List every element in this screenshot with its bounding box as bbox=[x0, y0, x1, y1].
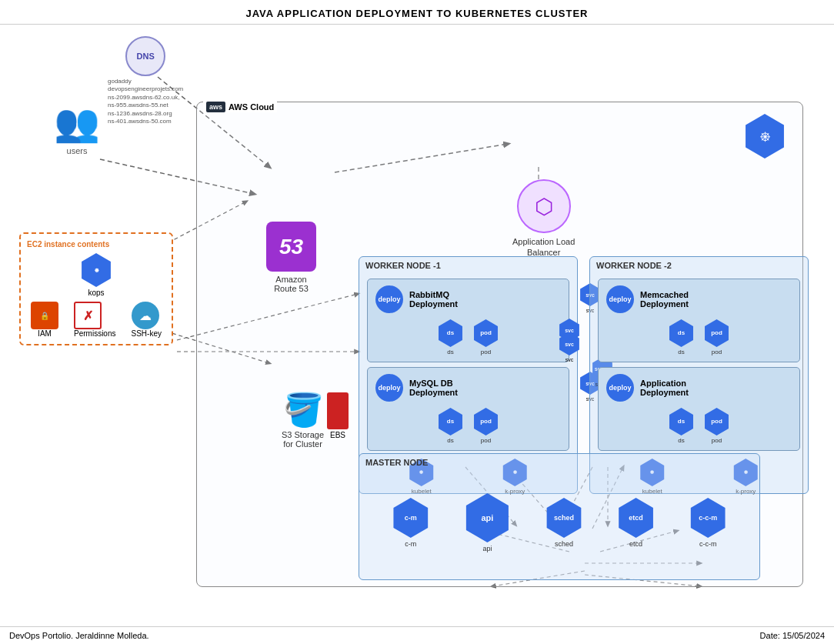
mysql-title: MySQL DBDeployment bbox=[409, 379, 458, 397]
kops-icon: ⎈ bbox=[79, 253, 113, 287]
master-title: MASTER NODE bbox=[359, 454, 759, 471]
users-block: 👥 users bbox=[54, 102, 100, 155]
app-header: deploy ApplicationDeployment bbox=[606, 374, 792, 402]
ebs-icon bbox=[327, 392, 349, 429]
app-inner: deploy ApplicationDeployment ds ds pod p… bbox=[598, 367, 800, 451]
permissions-icon: ✗ bbox=[74, 302, 102, 329]
footer-left: DevOps Portolio. Jeraldinne Molleda. bbox=[9, 631, 149, 640]
memcached-deploy-icon: deploy bbox=[606, 285, 634, 313]
mysql-header: deploy MySQL DBDeployment bbox=[375, 374, 561, 402]
memcached-ds: ds ds bbox=[668, 319, 696, 355]
cm-icon: c-m bbox=[391, 498, 431, 538]
users-label: users bbox=[54, 146, 100, 155]
ebs-block: EBS bbox=[327, 392, 349, 439]
mysql-deploy-box: deploy MySQL DBDeployment ds ds pod pod bbox=[367, 367, 569, 451]
sched-item: sched sched bbox=[544, 498, 584, 548]
etcd-item: etcd etcd bbox=[616, 498, 656, 548]
svc-icon-4: svc svc bbox=[558, 332, 581, 362]
etcd-label: etcd bbox=[629, 540, 642, 548]
ssh-icon: ☁ bbox=[132, 302, 159, 329]
footer-right: Date: 15/05/2024 bbox=[760, 631, 825, 640]
alb-icon: ⬡ bbox=[517, 179, 571, 233]
sched-icon: sched bbox=[544, 498, 584, 538]
ds-icon: ds bbox=[437, 319, 465, 347]
footer: DevOps Portolio. Jeraldinne Molleda. Dat… bbox=[0, 626, 834, 644]
route53-label: AmazonRoute 53 bbox=[266, 275, 316, 293]
app-deploy-title: ApplicationDeployment bbox=[640, 379, 689, 397]
mysql-deploy-icon: deploy bbox=[375, 374, 403, 402]
aws-badge: aws bbox=[206, 102, 225, 112]
rabbitmq-header: deploy RabbitMQDeployment bbox=[375, 285, 561, 313]
s3-icon: 🪣 bbox=[282, 391, 324, 429]
rabbitmq-deploy-box: deploy RabbitMQDeployment ds ds pod pod bbox=[367, 279, 569, 362]
app-ds: ds ds bbox=[668, 408, 696, 444]
iam-icon: 🔒 bbox=[31, 302, 58, 329]
rabbitmq-deploy-icon: deploy bbox=[375, 285, 403, 313]
permissions-label: Permissions bbox=[74, 329, 115, 338]
memcached-deploy-box: deploy MemcachedDeployment ds ds pod pod bbox=[598, 279, 800, 362]
mysql-pod: pod pod bbox=[472, 408, 500, 444]
s3-block: 🪣 S3 Storagefor Cluster bbox=[282, 391, 324, 449]
worker2-title: WORKER NODE -2 bbox=[590, 257, 808, 274]
mysql-icons-row: ds ds pod pod bbox=[375, 408, 561, 444]
k8s-main-icon: ⎈ bbox=[742, 114, 787, 158]
users-icon: 👥 bbox=[54, 102, 100, 145]
route53-icon: 53 bbox=[266, 222, 316, 272]
memcached-pod: pod pod bbox=[703, 319, 731, 355]
dns-info: godaddy devopsengineerprojets.com ns-209… bbox=[108, 78, 183, 125]
api-icon: api bbox=[462, 493, 512, 542]
api-item: api api bbox=[462, 493, 512, 552]
rabbitmq-icons-row: ds ds pod pod bbox=[375, 319, 561, 355]
sched-label: sched bbox=[555, 540, 573, 548]
ccm-icon: c-c-m bbox=[688, 498, 728, 538]
kops-label: kops bbox=[27, 289, 165, 297]
worker2-svc-left2: svc svc bbox=[558, 332, 581, 362]
app-deploy-icon: deploy bbox=[606, 374, 634, 402]
rabbitmq-ds: ds ds bbox=[437, 319, 465, 355]
rabbitmq-pod: pod pod bbox=[472, 319, 500, 355]
memcached-title: MemcachedDeployment bbox=[640, 290, 689, 309]
master-node: MASTER NODE c-m c-m api api sched sched … bbox=[359, 453, 760, 580]
app-icons-row: ds ds pod pod bbox=[606, 408, 792, 444]
ssh-item: ☁ SSH-key bbox=[132, 302, 162, 338]
alb-label: Application LoadBalancer bbox=[512, 236, 575, 259]
iam-item: 🔒 IAM bbox=[31, 302, 58, 338]
aws-cloud-text: AWS Cloud bbox=[229, 102, 274, 112]
dns-block: DNS godaddy devopsengineerprojets.com ns… bbox=[108, 36, 183, 125]
ebs-label: EBS bbox=[327, 431, 349, 439]
rabbitmq-inner: deploy RabbitMQDeployment ds ds pod pod bbox=[367, 279, 569, 362]
master-items: c-m c-m api api sched sched etcd etcd c-… bbox=[359, 471, 759, 575]
pod-icon: pod bbox=[472, 319, 500, 347]
app-deploy-box: deploy ApplicationDeployment ds ds pod p… bbox=[598, 367, 800, 451]
aws-label: aws AWS Cloud bbox=[203, 102, 277, 112]
aws-cloud-box: aws AWS Cloud 53 AmazonRoute 53 ⬡ Applic… bbox=[196, 102, 803, 587]
alb-block: ⬡ Application LoadBalancer bbox=[512, 179, 575, 259]
s3-label: S3 Storagefor Cluster bbox=[282, 430, 324, 449]
ec2-title: EC2 instance contents bbox=[27, 240, 165, 249]
ec2-box: EC2 instance contents ⎈ kops 🔒 IAM ✗ Per… bbox=[19, 232, 173, 345]
etcd-icon: etcd bbox=[616, 498, 656, 538]
dns-icon: DNS bbox=[125, 36, 165, 76]
app-pod: pod pod bbox=[703, 408, 731, 444]
ccm-label: c-c-m bbox=[699, 540, 717, 548]
rabbitmq-title: RabbitMQDeployment bbox=[409, 290, 458, 309]
k8s-top-block: ⎈ bbox=[742, 114, 787, 158]
ccm-item: c-c-m c-c-m bbox=[688, 498, 728, 548]
mysql-inner: deploy MySQL DBDeployment ds ds pod pod bbox=[367, 367, 569, 451]
ec2-items: 🔒 IAM ✗ Permissions ☁ SSH-key bbox=[27, 302, 165, 338]
worker1-title: WORKER NODE -1 bbox=[359, 257, 577, 274]
iam-label: IAM bbox=[31, 329, 58, 338]
memcached-icons-row: ds ds pod pod bbox=[606, 319, 792, 355]
permissions-item: ✗ Permissions bbox=[74, 302, 115, 338]
mysql-ds: ds ds bbox=[437, 408, 465, 444]
api-label: api bbox=[482, 545, 492, 552]
kops-wrap: ⎈ kops bbox=[27, 253, 165, 297]
route53-block: 53 AmazonRoute 53 bbox=[266, 222, 316, 293]
main-diagram: DNS godaddy devopsengineerprojets.com ns… bbox=[8, 25, 826, 626]
page-title: JAVA APPLICATION DEPLOYMENT TO KUBERNETE… bbox=[0, 0, 834, 25]
ssh-label: SSH-key bbox=[132, 329, 162, 338]
memcached-header: deploy MemcachedDeployment bbox=[606, 285, 792, 313]
cm-label: c-m bbox=[405, 540, 416, 548]
memcached-inner: deploy MemcachedDeployment ds ds pod pod bbox=[598, 279, 800, 362]
cm-item: c-m c-m bbox=[391, 498, 431, 548]
